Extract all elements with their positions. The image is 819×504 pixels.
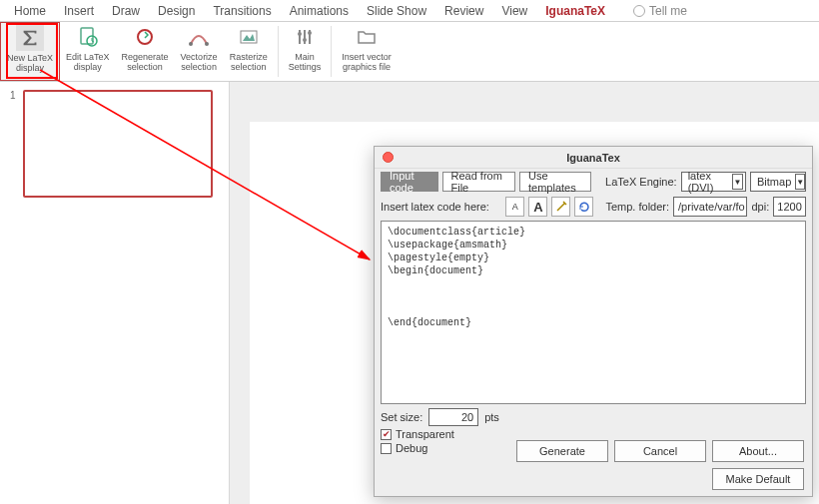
engine-value: latex (DVI) [688, 170, 728, 194]
tell-me-label: Tell me [649, 4, 687, 18]
vectorize-label: Vectorize selection [181, 52, 218, 72]
chevron-down-icon: ▼ [732, 174, 743, 190]
engine-combo[interactable]: latex (DVI) ▼ [681, 172, 746, 192]
bulb-icon [633, 5, 645, 17]
make-default-button[interactable]: Make Default [712, 468, 804, 490]
main-settings-button[interactable]: Main Settings [283, 22, 328, 81]
bitmap-combo[interactable]: Bitmap ▼ [750, 172, 806, 192]
svg-point-4 [205, 42, 209, 46]
insert-vector-button[interactable]: Insert vector graphics file [336, 22, 398, 81]
tab-use-templates[interactable]: Use templates [519, 172, 591, 192]
tab-iguanatex[interactable]: IguanaTeX [545, 4, 605, 18]
transparent-label: Transparent [396, 428, 454, 440]
tell-me[interactable]: Tell me [633, 4, 687, 18]
rasterize-label: Rasterize selection [230, 52, 268, 72]
ribbon-tabs: Home Insert Draw Design Transitions Anim… [0, 0, 819, 22]
tab-input-code[interactable]: Input code [381, 172, 438, 192]
edit-latex-label: Edit LaTeX display [66, 52, 110, 72]
dpi-field[interactable]: 1200 [773, 197, 806, 217]
font-larger-button[interactable]: A [528, 197, 547, 217]
document-refresh-icon [74, 24, 102, 50]
tab-transitions[interactable]: Transitions [213, 4, 271, 18]
temp-folder-label: Temp. folder: [605, 201, 669, 213]
new-latex-label: New LaTeX display [7, 53, 53, 73]
svg-rect-5 [241, 31, 257, 43]
main-settings-label: Main Settings [289, 52, 322, 72]
dialog-title: IguanaTex [566, 152, 620, 164]
sigma-icon [16, 25, 44, 51]
ribbon: New LaTeX display Edit LaTeX display Reg… [0, 22, 819, 82]
settings-icon [291, 24, 319, 50]
titlebar[interactable]: IguanaTex [375, 147, 812, 169]
tab-animations[interactable]: Animations [290, 4, 349, 18]
svg-point-3 [189, 42, 193, 46]
separator [331, 26, 332, 77]
new-latex-button[interactable]: New LaTeX display [0, 22, 60, 81]
transparent-checkbox[interactable] [381, 429, 392, 440]
dpi-label: dpi: [751, 201, 769, 213]
slide-number: 1 [10, 90, 16, 101]
dialog-toolbar: Input code Read from File Use templates … [375, 169, 812, 195]
tab-review[interactable]: Review [444, 4, 483, 18]
svg-marker-6 [243, 34, 255, 41]
generate-button[interactable]: Generate [516, 440, 608, 462]
reload-icon[interactable] [574, 197, 593, 217]
regenerate-button[interactable]: Regenerate selection [116, 22, 175, 81]
regenerate-icon [131, 24, 159, 50]
font-smaller-button[interactable]: A [505, 197, 524, 217]
tab-draw[interactable]: Draw [112, 4, 140, 18]
engine-label: LaTeX Engine: [605, 176, 677, 188]
dialog-bottom: Set size: 20 pts Transparent Debug Gener… [375, 404, 812, 460]
tab-home[interactable]: Home [14, 4, 46, 18]
iguanatex-dialog: IguanaTex Input code Read from File Use … [374, 146, 813, 497]
tab-slideshow[interactable]: Slide Show [367, 4, 426, 18]
bitmap-value: Bitmap [757, 176, 791, 188]
separator [278, 26, 279, 77]
svg-point-7 [298, 32, 302, 36]
insert-label: Insert latex code here: [381, 201, 501, 213]
temp-folder-field[interactable]: /private/var/fo [673, 197, 747, 217]
chevron-down-icon: ▼ [795, 174, 805, 190]
wand-icon[interactable] [551, 197, 570, 217]
tab-view[interactable]: View [501, 4, 527, 18]
tab-insert[interactable]: Insert [64, 4, 94, 18]
close-icon[interactable] [383, 152, 394, 163]
tab-design[interactable]: Design [158, 4, 195, 18]
slide-panel: 1 [0, 82, 230, 504]
about-button[interactable]: About... [712, 440, 804, 462]
rasterize-button[interactable]: Rasterize selection [224, 22, 274, 81]
vectorize-button[interactable]: Vectorize selection [175, 22, 224, 81]
pts-label: pts [484, 411, 499, 423]
cancel-button[interactable]: Cancel [614, 440, 706, 462]
regenerate-label: Regenerate selection [122, 52, 169, 72]
folder-icon [353, 24, 381, 50]
tab-read-file[interactable]: Read from File [442, 172, 515, 192]
rasterize-icon [235, 24, 263, 50]
latex-code-input[interactable]: \documentclass{article} \usepackage{amsm… [381, 221, 806, 404]
svg-point-8 [303, 38, 307, 42]
set-size-field[interactable]: 20 [428, 408, 478, 426]
slide-thumbnail[interactable] [23, 90, 213, 198]
set-size-label: Set size: [381, 411, 422, 423]
dialog-row2: Insert latex code here: A A Temp. folder… [375, 195, 812, 221]
svg-point-9 [308, 31, 312, 35]
debug-checkbox[interactable] [381, 443, 392, 454]
insert-vector-label: Insert vector graphics file [342, 52, 392, 72]
edit-latex-button[interactable]: Edit LaTeX display [60, 22, 116, 81]
debug-label: Debug [396, 442, 427, 454]
vectorize-icon [185, 24, 213, 50]
